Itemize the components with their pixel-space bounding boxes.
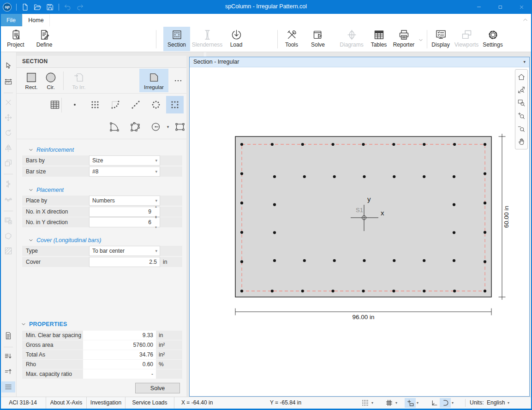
- ribbon-project[interactable]: Project: [4, 27, 28, 51]
- ribbon-reporter-dropdown-icon[interactable]: [418, 37, 424, 43]
- status-ortho[interactable]: [440, 398, 451, 408]
- no-in-y-direction-stepper[interactable]: 6▲▼: [89, 217, 160, 227]
- sidebar-mirror[interactable]: [3, 143, 13, 154]
- status-snap[interactable]: [405, 398, 416, 408]
- draw-polygon[interactable]: [126, 119, 144, 135]
- draw-circle-dropdown-icon[interactable]: ▾: [165, 119, 171, 135]
- sidebar-document[interactable]: [3, 330, 13, 341]
- sidebar-move[interactable]: [3, 112, 13, 123]
- sidebar-measure[interactable]: [3, 76, 13, 87]
- panel-title: SECTION: [17, 56, 186, 68]
- collapse-chevron-icon: [21, 322, 26, 327]
- zoom-window-icon[interactable]: [517, 98, 526, 107]
- open-icon[interactable]: [31, 1, 44, 13]
- status-load-type[interactable]: Service Loads: [126, 397, 174, 409]
- status-axis-option[interactable]: About X-Axis: [46, 397, 87, 409]
- project-icon: [4, 27, 28, 41]
- ribbon-define[interactable]: Define: [31, 27, 57, 51]
- status-design-code[interactable]: ACI 318-14: [0, 397, 46, 409]
- close-icon[interactable]: [511, 0, 532, 14]
- save-icon[interactable]: [44, 1, 56, 13]
- shape-more[interactable]: [172, 69, 185, 92]
- maximize-icon[interactable]: [490, 0, 511, 14]
- sidebar-menu[interactable]: [1, 381, 15, 392]
- group-header-cover-longitudinal-bars[interactable]: Cover (Longitudinal bars): [29, 236, 101, 244]
- sidebar-align-horizontal[interactable]: [3, 194, 13, 205]
- bar-table[interactable]: [46, 96, 64, 113]
- single-bar[interactable]: [66, 96, 84, 113]
- tab-home[interactable]: Home: [22, 14, 50, 26]
- properties-header[interactable]: PROPERTIES: [21, 320, 67, 328]
- group-header-reinforcement[interactable]: Reinforcement: [29, 146, 74, 154]
- shape-rect[interactable]: Rect.: [22, 69, 41, 92]
- status-ortho-dropdown-icon[interactable]: ▾: [452, 398, 454, 408]
- spinner-arrows-icon[interactable]: ▲▼: [153, 218, 159, 226]
- bars-by-dropdown[interactable]: Size▾: [89, 155, 160, 166]
- circle-pattern[interactable]: [147, 96, 165, 113]
- sidebar-hatch[interactable]: [3, 245, 13, 256]
- ribbon-settings[interactable]: Settings: [480, 27, 506, 51]
- ribbon-reporter[interactable]: Reporter: [391, 27, 416, 51]
- undo-icon[interactable]: [61, 1, 74, 13]
- sidebar-delete[interactable]: [3, 97, 13, 108]
- ribbon-collapse-icon[interactable]: [522, 17, 529, 24]
- ribbon-viewports[interactable]: Viewports: [453, 27, 480, 51]
- pan-icon[interactable]: [517, 137, 526, 146]
- draw-arc[interactable]: [106, 119, 123, 135]
- ribbon-display[interactable]: Display: [429, 27, 452, 51]
- sidebar-list-down[interactable]: [3, 351, 13, 362]
- sidebar-list-up[interactable]: [3, 367, 13, 378]
- sidebar-copy[interactable]: [3, 158, 13, 169]
- ribbon-load[interactable]: Load: [225, 27, 247, 51]
- arc-pattern[interactable]: [107, 96, 124, 113]
- sidebar-paste-pattern[interactable]: [3, 215, 13, 226]
- cover-field[interactable]: 2.5: [89, 257, 160, 267]
- app-logo[interactable]: sp: [3, 3, 12, 12]
- minimize-icon[interactable]: [468, 0, 490, 14]
- ribbon-tools[interactable]: Tools: [280, 27, 303, 51]
- status-snap-dropdown-icon[interactable]: ▾: [417, 398, 418, 408]
- no-in-x-direction-stepper[interactable]: 9▲▼: [89, 207, 160, 217]
- status-dot-grid[interactable]: [359, 398, 371, 408]
- place-by-dropdown[interactable]: Numbers▾: [89, 196, 160, 206]
- ribbon-slenderness[interactable]: Slenderness: [191, 27, 224, 51]
- shape-cir[interactable]: Cir.: [42, 69, 60, 92]
- units-dropdown-icon[interactable]: ▾: [508, 398, 509, 408]
- shape-divider: [63, 71, 64, 90]
- tab-file[interactable]: File: [0, 14, 22, 26]
- define-icon: [31, 27, 57, 41]
- sidebar-select-cursor[interactable]: [3, 60, 13, 71]
- sidebar-align-vertical[interactable]: [3, 178, 13, 190]
- units-value[interactable]: English: [487, 397, 505, 409]
- grid-pattern[interactable]: [86, 96, 104, 113]
- bar-size-dropdown[interactable]: #8▾: [89, 166, 160, 177]
- home-icon[interactable]: [517, 72, 526, 82]
- section-drawing[interactable]: yxS1 96.00 in60.00 in: [190, 67, 529, 396]
- ribbon-tables[interactable]: Tables: [368, 27, 390, 51]
- perimeter-pattern[interactable]: [166, 96, 184, 113]
- zoom-out-icon[interactable]: [517, 124, 526, 133]
- type-dropdown[interactable]: To bar center▾: [89, 246, 160, 256]
- solve-button[interactable]: Solve: [135, 383, 180, 393]
- sidebar-polygon-tool[interactable]: [3, 231, 13, 242]
- zoom-in-icon[interactable]: [517, 111, 526, 120]
- draw-circle[interactable]: [147, 119, 165, 135]
- line-pattern[interactable]: [127, 96, 144, 113]
- new-file-icon[interactable]: [19, 1, 31, 13]
- draw-rect[interactable]: [172, 119, 188, 135]
- ribbon-diagrams[interactable]: Diagrams: [336, 27, 367, 51]
- status-dot-grid-dropdown-icon[interactable]: ▾: [371, 398, 373, 408]
- status-angle[interactable]: [429, 398, 440, 408]
- shape-to-irr[interactable]: To Irr.: [67, 69, 91, 92]
- redo-icon[interactable]: [74, 1, 86, 13]
- viewport-dropdown-icon[interactable]: ▾: [523, 57, 526, 67]
- ribbon-solve[interactable]: Solve: [306, 27, 330, 51]
- status-line-grid[interactable]: [383, 398, 395, 408]
- zoom-extents-icon[interactable]: [517, 85, 526, 95]
- ribbon-section[interactable]: Section: [163, 27, 190, 51]
- sidebar-rotate[interactable]: [3, 127, 13, 138]
- status-line-grid-dropdown-icon[interactable]: ▾: [395, 398, 397, 408]
- group-header-placement[interactable]: Placement: [29, 186, 64, 194]
- shape-irregular[interactable]: Irregular: [139, 69, 168, 92]
- status-run-mode[interactable]: Investigation: [87, 397, 126, 409]
